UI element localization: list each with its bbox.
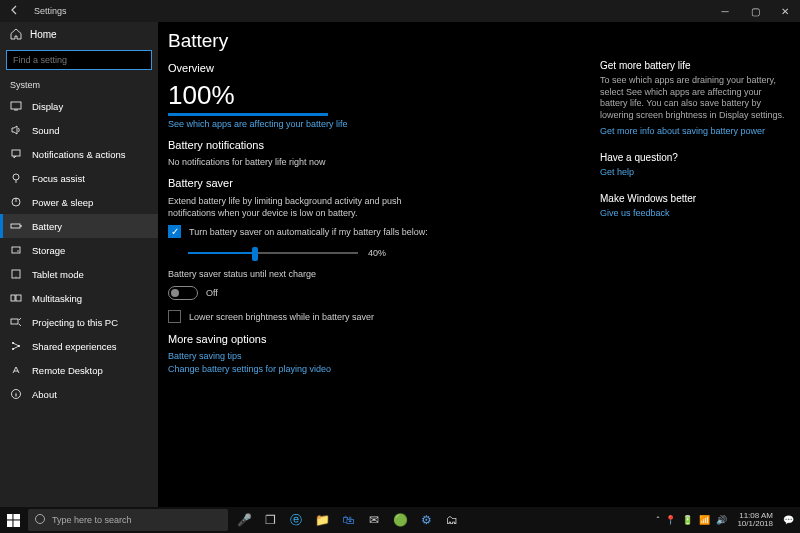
notifications-icon [10,148,22,160]
saver-status-toggle[interactable] [168,286,198,300]
battery-saver-header: Battery saver [168,177,590,189]
sidebar-item-label: Storage [32,245,65,256]
window-title: Settings [30,6,710,16]
sidebar-item-battery[interactable]: Battery [0,214,158,238]
sidebar-group-header: System [0,74,158,94]
task-view-icon[interactable]: ❐ [258,508,282,532]
battery-percent: 100% [168,80,590,111]
svg-rect-19 [7,520,12,527]
svg-point-2 [13,174,19,180]
settings-icon[interactable]: ⚙ [414,508,438,532]
sidebar-item-about[interactable]: About [0,382,158,406]
tray-battery-icon[interactable]: 🔋 [682,515,693,525]
store-icon[interactable]: 🛍 [336,508,360,532]
saver-status-value: Off [206,287,218,299]
tray-volume-icon[interactable]: 🔊 [716,515,727,525]
svg-point-7 [17,250,18,251]
sidebar-home[interactable]: Home [0,22,158,46]
apps-affecting-link[interactable]: See which apps are affecting your batter… [168,119,590,129]
sidebar-item-label: Notifications & actions [32,149,125,160]
tray-location-icon[interactable]: 📍 [665,515,676,525]
svg-rect-12 [11,319,18,324]
get-help-link[interactable]: Get help [600,167,786,177]
projecting-icon [10,316,22,328]
svg-rect-0 [11,102,21,109]
sidebar-item-sound[interactable]: Sound [0,118,158,142]
power-icon [10,196,22,208]
display-icon [10,100,22,112]
mic-icon[interactable]: 🎤 [232,508,256,532]
saver-status-label: Battery saver status until next charge [168,268,590,280]
home-icon [10,28,22,40]
close-button[interactable]: ✕ [770,6,800,17]
taskbar: Type here to search 🎤 ❐ ⓔ 📁 🛍 ✉ 🟢 ⚙ 🗂 ˆ … [0,507,800,533]
more-options-header: More saving options [168,333,590,345]
sidebar-item-remote-desktop[interactable]: Remote Desktop [0,358,158,382]
multitasking-icon [10,292,22,304]
page-title: Battery [168,30,590,52]
sidebar-item-label: Projecting to this PC [32,317,118,328]
app-icon[interactable]: 🟢 [388,508,412,532]
start-button[interactable] [0,507,26,533]
mail-icon[interactable]: ✉ [362,508,386,532]
taskbar-clock[interactable]: 11:08 AM 10/1/2018 [733,512,777,528]
sidebar-item-label: Multitasking [32,293,82,304]
sidebar-item-projecting[interactable]: Projecting to this PC [0,310,158,334]
sidebar-item-label: Power & sleep [32,197,93,208]
sidebar-item-label: About [32,389,57,400]
focus-assist-icon [10,172,22,184]
sidebar-item-tablet-mode[interactable]: Tablet mode [0,262,158,286]
sidebar-more-text: To see which apps are draining your batt… [600,75,786,122]
svg-point-9 [16,277,17,278]
app2-icon[interactable]: 🗂 [440,508,464,532]
sidebar-item-notifications[interactable]: Notifications & actions [0,142,158,166]
sidebar-more-link[interactable]: Get more info about saving battery power [600,126,786,136]
edge-icon[interactable]: ⓔ [284,508,308,532]
storage-icon [10,244,22,256]
auto-saver-checkbox[interactable]: ✓ [168,225,181,238]
file-explorer-icon[interactable]: 📁 [310,508,334,532]
feedback-link[interactable]: Give us feedback [600,208,786,218]
sidebar: Home System Display Sound Notifications … [0,22,158,507]
sidebar-item-multitasking[interactable]: Multitasking [0,286,158,310]
maximize-button[interactable]: ▢ [740,6,770,17]
sidebar-item-power-sleep[interactable]: Power & sleep [0,190,158,214]
lower-brightness-checkbox[interactable] [168,310,181,323]
auto-saver-label: Turn battery saver on automatically if m… [189,226,428,238]
sidebar-item-label: Focus assist [32,173,85,184]
battery-bar [168,113,328,116]
sidebar-item-shared-experiences[interactable]: Shared experiences [0,334,158,358]
cortana-icon [34,513,46,527]
svg-rect-18 [13,514,20,519]
svg-rect-20 [13,520,20,527]
svg-rect-6 [12,247,20,253]
sidebar-item-label: Battery [32,221,62,232]
remote-desktop-icon [10,364,22,376]
sidebar-question-header: Have a question? [600,152,786,163]
tablet-icon [10,268,22,280]
sidebar-item-label: Shared experiences [32,341,117,352]
action-center-icon[interactable]: 💬 [783,515,794,525]
battery-icon [10,220,22,232]
video-settings-link[interactable]: Change battery settings for playing vide… [168,364,590,374]
taskbar-date: 10/1/2018 [737,520,773,528]
threshold-slider[interactable] [188,244,358,262]
sidebar-item-display[interactable]: Display [0,94,158,118]
minimize-button[interactable]: ─ [710,6,740,17]
svg-point-21 [36,515,45,524]
battery-tips-link[interactable]: Battery saving tips [168,351,590,361]
tray-up-icon[interactable]: ˆ [656,515,659,525]
svg-rect-4 [11,224,20,228]
sidebar-item-focus-assist[interactable]: Focus assist [0,166,158,190]
svg-rect-10 [11,295,15,301]
sidebar-item-storage[interactable]: Storage [0,238,158,262]
back-button[interactable] [0,5,30,17]
search-input[interactable] [6,50,152,70]
notifications-text: No notifications for battery life right … [168,157,590,167]
notifications-header: Battery notifications [168,139,590,151]
svg-rect-17 [7,514,12,519]
taskbar-search[interactable]: Type here to search [28,509,228,531]
svg-rect-11 [16,295,21,301]
overview-header: Overview [168,62,590,74]
tray-wifi-icon[interactable]: 📶 [699,515,710,525]
